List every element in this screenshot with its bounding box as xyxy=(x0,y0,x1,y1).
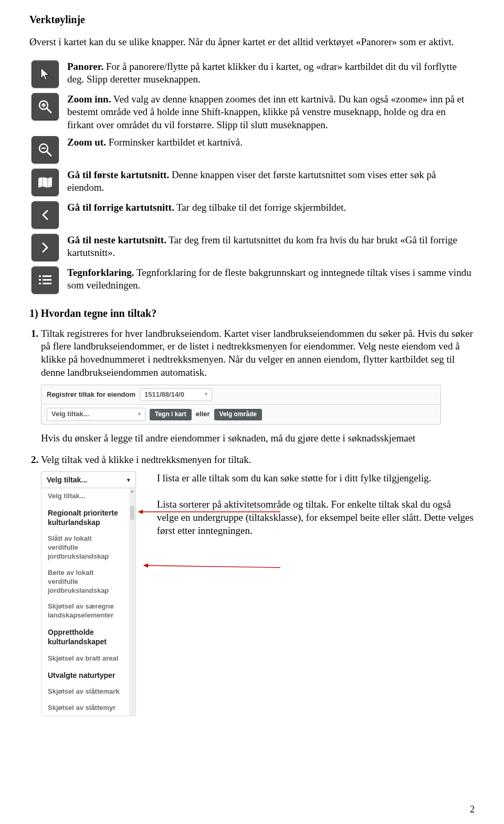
map-icon xyxy=(37,176,53,189)
page-title: Verktøylinje xyxy=(29,13,475,26)
after-fig1-text: Hvis du ønsker å legge til andre eiendom… xyxy=(41,432,475,445)
zoom-in-desc: Zoom inn. Ved valg av denne knappen zoom… xyxy=(65,91,475,134)
step-1: Tiltak registreres for hver landbrukseie… xyxy=(41,327,475,445)
first-extent-button[interactable] xyxy=(32,169,59,196)
dropdown-group-title: Opprettholde kulturlandskapet xyxy=(41,624,129,650)
scrollbar-thumb[interactable] xyxy=(130,506,134,520)
chevron-down-icon: ▼ xyxy=(204,392,208,398)
fig1-label: Registrer tiltak for eiendom xyxy=(47,390,135,399)
zoom-out-button[interactable] xyxy=(32,136,59,163)
zoom-in-icon xyxy=(37,99,53,115)
svg-line-1 xyxy=(47,108,51,112)
chevron-left-icon xyxy=(41,209,49,221)
velg-tiltak-dropdown[interactable]: Velg tiltak... ▼ xyxy=(47,408,145,421)
svg-rect-11 xyxy=(39,279,41,281)
dropdown-group-title: Regionalt prioriterte kulturlandskap xyxy=(41,504,129,531)
panorer-button[interactable] xyxy=(32,60,59,88)
svg-rect-9 xyxy=(39,275,41,277)
svg-rect-14 xyxy=(43,283,51,284)
panorer-desc: Panorer. For å panorere/flytte på kartet… xyxy=(65,58,475,91)
zoom-out-desc: Zoom ut. Forminsker kartbildet et kartni… xyxy=(65,134,475,167)
tegn-i-kart-button[interactable]: Tegn i kart xyxy=(150,409,192,420)
cursor-icon xyxy=(39,67,51,81)
legend-desc: Tegnforklaring. Tegnforklaring for de fl… xyxy=(65,264,475,297)
eiendom-dropdown[interactable]: 1511/88/14/0 ▼ xyxy=(140,388,212,401)
section-1-heading: 1) Hvordan tegne inn tiltak? xyxy=(29,306,475,320)
next-extent-desc: Gå til neste kartutsnitt. Tar deg frem t… xyxy=(65,232,475,264)
figure-register-tiltak: Registrer tiltak for eiendom 1511/88/14/… xyxy=(41,385,441,425)
svg-line-5 xyxy=(47,151,51,156)
dropdown-group-title: Utvalgte naturtyper xyxy=(41,667,129,684)
prev-extent-desc: Gå til forrige kartutsnitt. Tar deg tilb… xyxy=(65,199,475,232)
toolbar-table: Panorer. For å panorere/flytte på kartet… xyxy=(29,58,475,297)
next-extent-button[interactable] xyxy=(32,234,59,261)
eller-label: eller xyxy=(196,410,210,419)
dropdown-item[interactable]: Slått av lokalt verdifulle jordbruksland… xyxy=(41,531,129,565)
chevron-right-icon xyxy=(41,242,49,253)
step-2: Velg tiltak ved å klikke i nedtrekksmeny… xyxy=(41,454,475,717)
dropdown-item[interactable]: Skjøtsel av bratt areal xyxy=(41,651,129,667)
scroll-up-icon[interactable]: ▲ xyxy=(129,488,135,495)
svg-rect-13 xyxy=(39,283,41,284)
dropdown-item[interactable]: Beite av lokalt verdifulle jordbruksland… xyxy=(41,565,129,599)
step-2-text: Velg tiltak ved å klikke i nedtrekksmeny… xyxy=(41,454,251,465)
chevron-down-icon: ▼ xyxy=(137,411,142,418)
intro-paragraph: Øverst i kartet kan du se ulike knapper.… xyxy=(29,36,475,49)
callout-p1: I lista er alle tiltak som du kan søke s… xyxy=(157,472,475,485)
dropdown-header[interactable]: Velg tiltak... ▼ xyxy=(41,471,136,488)
svg-rect-10 xyxy=(43,275,51,277)
figure-callout-text: I lista er alle tiltak som du kan søke s… xyxy=(157,472,475,717)
first-extent-desc: Gå til første kartutsnitt. Denne knappen… xyxy=(65,167,475,199)
prev-extent-button[interactable] xyxy=(32,201,59,229)
velg-omrade-button[interactable]: Velg område xyxy=(214,409,262,420)
figure-velg-tiltak-dropdown: Velg tiltak... ▼ ▲ Velg tiltak... Region… xyxy=(41,472,136,717)
dropdown-item[interactable]: Skjøtsel av særegne landskapselementer xyxy=(41,599,129,624)
dropdown-item[interactable]: Skjøtsel av slåttemark xyxy=(41,684,129,700)
zoom-out-icon xyxy=(37,142,53,158)
callout-p2: Lista sorterer på aktivitetsområde og ti… xyxy=(157,498,475,537)
list-icon xyxy=(38,274,52,286)
dropdown-list: ▲ Velg tiltak... Regionalt prioriterte k… xyxy=(41,488,135,716)
legend-button[interactable] xyxy=(32,266,59,294)
dropdown-hint: Velg tiltak... xyxy=(41,488,129,504)
step-1-text: Tiltak registreres for hver landbrukseie… xyxy=(41,328,473,378)
chevron-down-icon: ▼ xyxy=(126,476,131,483)
dropdown-item[interactable]: Skjøtsel av slåttemyr xyxy=(41,700,129,716)
zoom-in-button[interactable] xyxy=(32,93,59,120)
svg-rect-12 xyxy=(43,279,51,281)
